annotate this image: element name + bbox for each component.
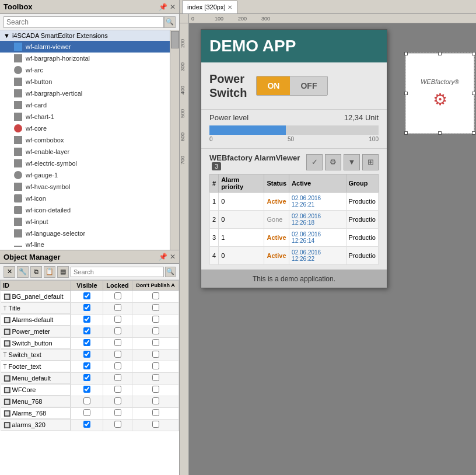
obj-locked-checkbox[interactable]: [114, 316, 121, 323]
obj-dont-publish-checkbox[interactable]: [152, 386, 159, 393]
toolbox-search-button[interactable]: 🔍: [164, 16, 176, 28]
obj-visible[interactable]: [71, 337, 103, 349]
obj-visible-checkbox[interactable]: [83, 397, 90, 404]
toolbox-item-wf-chart-1[interactable]: wf-chart-1: [0, 111, 170, 123]
alarm-table-row[interactable]: 1 0 Active 02.06.2016 12:26:21 Productio: [210, 193, 379, 211]
obj-dont-publish[interactable]: [132, 337, 179, 349]
toolbox-item-wf-card[interactable]: wf-card: [0, 99, 170, 111]
obj-locked-checkbox[interactable]: [114, 292, 121, 299]
obj-visible[interactable]: [71, 407, 103, 419]
objmgr-pin-icon[interactable]: 📌: [159, 253, 167, 261]
obj-visible-checkbox[interactable]: [83, 409, 90, 416]
toolbox-item-wf-hvac-symbol[interactable]: wf-hvac-symbol: [0, 181, 170, 193]
obj-locked-checkbox[interactable]: [114, 374, 121, 381]
close-icon[interactable]: ✕: [170, 3, 176, 11]
obj-locked[interactable]: [103, 384, 132, 396]
toggle-on-button[interactable]: ON: [257, 76, 290, 95]
object-table-row[interactable]: T Switch_text: [1, 349, 179, 361]
obj-dont-publish-checkbox[interactable]: [152, 292, 159, 299]
resize-handle-tl[interactable]: [404, 52, 408, 55]
obj-locked-checkbox[interactable]: [114, 409, 121, 416]
obj-visible[interactable]: [71, 372, 103, 384]
obj-locked[interactable]: [103, 349, 132, 361]
toolbox-scrollbar[interactable]: [170, 30, 179, 250]
toolbox-item-wf-bargraph-vertical[interactable]: wf-bargraph-vertical: [0, 88, 170, 99]
objmgr-search-button[interactable]: 🔍: [165, 267, 176, 277]
obj-locked[interactable]: [103, 372, 132, 384]
obj-dont-publish-checkbox[interactable]: [152, 304, 159, 311]
obj-locked[interactable]: [103, 407, 132, 419]
obj-visible-checkbox[interactable]: [83, 327, 90, 334]
obj-locked[interactable]: [103, 291, 132, 303]
resize-handle-bc[interactable]: [438, 131, 442, 135]
pin-icon[interactable]: 📌: [159, 3, 167, 11]
obj-locked-checkbox[interactable]: [114, 304, 121, 311]
objmgr-tool-button[interactable]: 🔧: [17, 266, 29, 278]
toolbox-item-wf-input[interactable]: wf-input: [0, 216, 170, 228]
obj-locked[interactable]: [103, 396, 132, 407]
obj-visible[interactable]: [71, 349, 103, 361]
obj-visible[interactable]: [71, 326, 103, 337]
obj-locked[interactable]: [103, 361, 132, 372]
toolbox-item-wf-gauge-1[interactable]: wf-gauge-1: [0, 169, 170, 181]
object-table-row[interactable]: 🔲 Alarms_768: [1, 407, 179, 419]
obj-visible-checkbox[interactable]: [83, 292, 90, 299]
object-table-row[interactable]: 🔲 WFCore: [1, 384, 179, 396]
obj-dont-publish-checkbox[interactable]: [152, 351, 159, 358]
resize-handle-bl[interactable]: [404, 131, 408, 135]
obj-visible-checkbox[interactable]: [83, 421, 90, 428]
objmgr-close-icon[interactable]: ✕: [170, 253, 176, 261]
obj-dont-publish[interactable]: [132, 361, 179, 372]
toolbox-item-wf-icon-detailed[interactable]: wf-icon-detailed: [0, 204, 170, 216]
obj-visible[interactable]: [71, 291, 103, 303]
resize-handle-ml[interactable]: [404, 92, 408, 95]
alarm-settings-button[interactable]: ⚙: [325, 154, 341, 170]
object-table-row[interactable]: 🔲 Menu_768: [1, 396, 179, 407]
obj-dont-publish[interactable]: [132, 419, 179, 431]
obj-visible[interactable]: [71, 361, 103, 372]
obj-locked-checkbox[interactable]: [114, 351, 121, 358]
resize-handle-tc[interactable]: [438, 52, 442, 55]
obj-dont-publish-checkbox[interactable]: [152, 409, 159, 416]
toolbox-search-input[interactable]: [4, 16, 164, 28]
object-table-row[interactable]: 🔲 alarms_320: [1, 419, 179, 431]
obj-dont-publish-checkbox[interactable]: [152, 316, 159, 323]
obj-locked[interactable]: [103, 326, 132, 337]
obj-locked[interactable]: [103, 314, 132, 326]
toolbox-item-wf-bargraph-horizontal[interactable]: wf-bargraph-horizontal: [0, 53, 170, 64]
obj-visible[interactable]: [71, 302, 103, 314]
toolbox-item-wf-core[interactable]: wf-core: [0, 123, 170, 134]
toolbox-item-wf-icon[interactable]: wf-icon: [0, 193, 170, 204]
obj-visible-checkbox[interactable]: [83, 386, 90, 393]
obj-dont-publish[interactable]: [132, 291, 179, 303]
obj-dont-publish-checkbox[interactable]: [152, 421, 159, 428]
obj-visible[interactable]: [71, 419, 103, 431]
obj-dont-publish[interactable]: [132, 396, 179, 407]
toolbox-item-wf-alarm-viewer[interactable]: wf-alarm-viewer: [0, 41, 170, 53]
obj-dont-publish-checkbox[interactable]: [152, 374, 159, 381]
alarm-grid-button[interactable]: ⊞: [362, 154, 379, 170]
obj-locked[interactable]: [103, 337, 132, 349]
obj-visible-checkbox[interactable]: [83, 351, 90, 358]
obj-locked-checkbox[interactable]: [114, 362, 121, 369]
toolbox-item-wf-combobox[interactable]: wf-combobox: [0, 134, 170, 146]
toolbox-item-wf-button[interactable]: wf-button: [0, 76, 170, 88]
obj-dont-publish[interactable]: [132, 349, 179, 361]
toolbox-item-wf-line[interactable]: wf-line: [0, 239, 170, 250]
webfactory-widget[interactable]: WEBfactory® ⚙: [405, 53, 475, 134]
objmgr-copy-button[interactable]: ⧉: [30, 266, 42, 278]
obj-visible-checkbox[interactable]: [83, 362, 90, 369]
obj-dont-publish-checkbox[interactable]: [152, 339, 159, 346]
obj-locked[interactable]: [103, 419, 132, 431]
alarm-filter-button[interactable]: ▼: [344, 154, 360, 170]
obj-dont-publish[interactable]: [132, 407, 179, 419]
obj-visible-checkbox[interactable]: [83, 304, 90, 311]
toolbox-item-wf-language-selector[interactable]: wf-language-selector: [0, 228, 170, 239]
toggle-off-button[interactable]: OFF: [290, 76, 327, 95]
object-manager-search-input[interactable]: [71, 267, 164, 277]
toolbox-item-wf-electric-symbol[interactable]: wf-electric-symbol: [0, 158, 170, 169]
obj-dont-publish-checkbox[interactable]: [152, 327, 159, 334]
main-tab[interactable]: index [320px] ✕: [182, 1, 237, 13]
obj-visible[interactable]: [71, 384, 103, 396]
tab-close-button[interactable]: ✕: [228, 4, 232, 11]
